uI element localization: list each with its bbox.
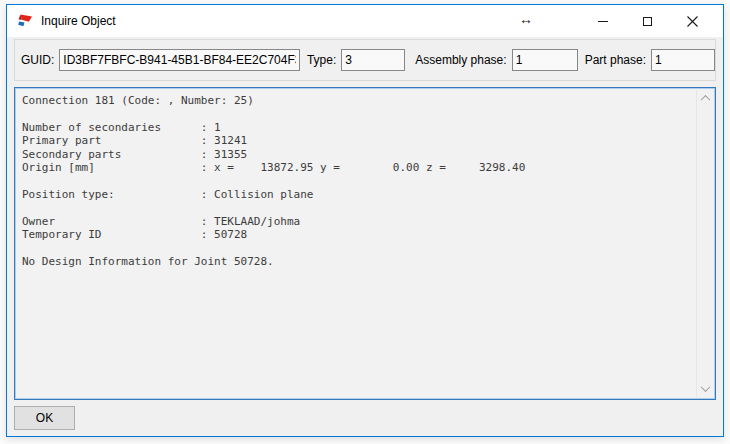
object-id-groupbox: GUID: Type: Assembly phase: Part phase:	[14, 39, 716, 81]
tekla-app-icon	[17, 13, 33, 29]
horizontal-resize-icon: ↔	[519, 11, 533, 27]
caption-buttons	[580, 5, 715, 37]
guid-input[interactable]	[59, 49, 300, 71]
window-title: Inquire Object	[41, 14, 116, 28]
minimize-button[interactable]	[580, 5, 625, 37]
type-input[interactable]	[341, 49, 405, 71]
assembly-phase-input[interactable]	[512, 49, 578, 71]
scroll-up-button[interactable]	[697, 90, 714, 107]
assembly-phase-label: Assembly phase:	[415, 53, 506, 67]
inquiry-report-box[interactable]: Connection 181 (Code: , Number: 25) Numb…	[14, 87, 716, 400]
dialog-client-area: GUID: Type: Assembly phase: Part phase: …	[7, 37, 723, 436]
part-phase-input[interactable]	[651, 49, 715, 71]
part-phase-label: Part phase:	[585, 53, 646, 67]
titlebar[interactable]: Inquire Object ↔	[7, 5, 723, 37]
close-icon	[687, 16, 698, 27]
chevron-down-icon	[701, 382, 711, 392]
minimize-icon	[598, 21, 608, 22]
type-label: Type:	[307, 53, 336, 67]
chevron-up-icon	[701, 95, 711, 105]
maximize-button[interactable]	[625, 5, 670, 37]
close-button[interactable]	[670, 5, 715, 37]
scroll-down-button[interactable]	[697, 380, 714, 397]
ok-button[interactable]: OK	[14, 406, 75, 430]
inquire-object-dialog: Inquire Object ↔ GUID: Type: Assembly ph…	[6, 4, 724, 437]
maximize-icon	[643, 17, 652, 26]
guid-label: GUID:	[21, 53, 54, 67]
vertical-scrollbar[interactable]	[696, 90, 713, 397]
inquiry-report-text: Connection 181 (Code: , Number: 25) Numb…	[17, 90, 696, 397]
